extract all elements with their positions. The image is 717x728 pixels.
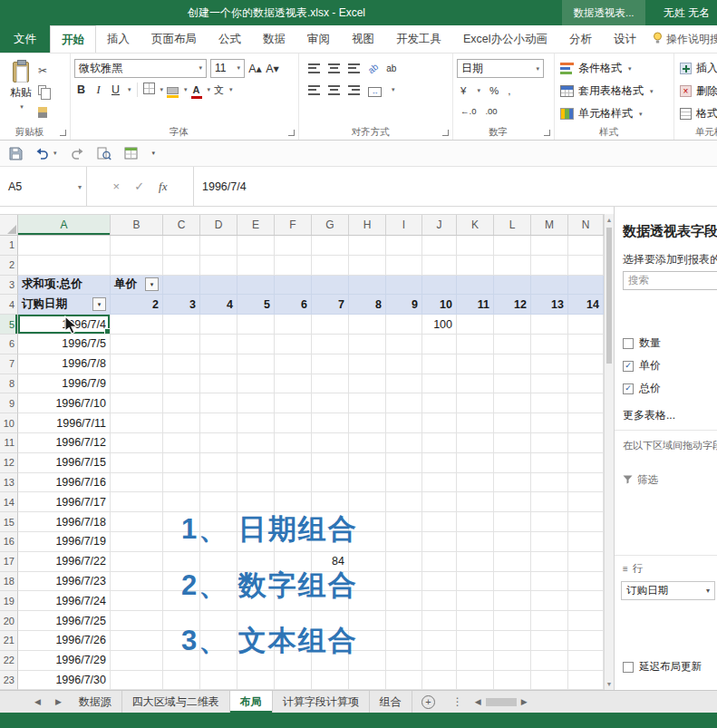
cell-K17[interactable] [457,552,494,572]
row-header-16[interactable]: 16 [0,532,18,552]
cell-E7[interactable] [237,354,275,374]
cell-B16[interactable] [111,532,163,552]
cell-C9[interactable] [163,393,200,413]
cell-E4[interactable]: 5 [237,295,275,315]
cell-I5[interactable] [386,315,422,335]
cell-L18[interactable] [494,572,531,592]
cancel-button[interactable]: × [113,180,121,193]
cell-J4[interactable]: 10 [422,295,457,315]
cell-G9[interactable] [312,393,349,413]
cell-L12[interactable] [494,453,531,473]
cell-G12[interactable] [312,453,349,473]
tab-数据[interactable]: 数据 [252,25,296,53]
cell-K15[interactable] [457,512,494,532]
cell-D5[interactable] [200,315,237,335]
row-header-23[interactable]: 23 [0,671,18,690]
cell-L5[interactable] [494,315,531,335]
cell-B13[interactable] [111,473,163,493]
cell-H7[interactable] [349,354,386,374]
row-header-8[interactable]: 8 [0,374,18,394]
cell-D3[interactable] [200,276,237,296]
cell-J22[interactable] [422,651,457,671]
cell-K12[interactable] [457,453,494,473]
cell-J21[interactable] [422,631,457,651]
scroll-down-icon[interactable]: ▼ [605,681,614,687]
cell-E10[interactable] [237,413,275,433]
undo-button[interactable]: ▾ [35,147,57,160]
conditional-formatting-button[interactable]: 条件格式 ▾ [558,57,670,80]
cell-C13[interactable] [163,473,200,493]
cell-J15[interactable] [422,512,457,532]
cell-C14[interactable] [163,492,200,512]
cell-C2[interactable] [163,256,200,276]
field-item-数量[interactable]: 数量 [623,335,717,351]
italic-button[interactable]: I [92,81,105,99]
cell-H5[interactable] [349,315,386,335]
cut-button[interactable]: ✂ [38,65,47,76]
cell-F4[interactable]: 6 [275,295,312,315]
cell-C7[interactable] [163,354,200,374]
sheet-nav-left-icon[interactable]: ◀ [27,691,48,713]
cell-H14[interactable] [349,492,386,512]
cell-F12[interactable] [275,453,312,473]
cell-J9[interactable] [422,393,457,413]
increase-decimal-button[interactable]: ←.0 [460,106,476,116]
cell-M8[interactable] [531,374,568,394]
cell-N23[interactable] [568,671,604,690]
cell-N7[interactable] [568,354,604,374]
cell-L20[interactable] [494,611,531,631]
cell-E1[interactable] [237,236,275,256]
column-header-I[interactable]: I [386,215,422,235]
copy-button[interactable] [38,83,50,99]
cell-N4[interactable]: 14 [568,295,604,315]
row-header-3[interactable]: 3 [0,276,18,296]
cell-G5[interactable] [312,315,349,335]
cell-A15[interactable]: 1996/7/18 [18,512,111,532]
cell-A12[interactable]: 1996/7/15 [18,453,111,473]
cell-A16[interactable]: 1996/7/19 [18,532,111,552]
select-all-corner[interactable] [0,215,18,235]
cell-H10[interactable] [349,413,386,433]
cell-L14[interactable] [494,492,531,512]
cell-K1[interactable] [457,236,494,256]
cell-I22[interactable] [386,651,422,671]
scroll-thumb[interactable] [606,228,612,364]
sheet-nav-right-icon[interactable]: ▶ [48,691,69,713]
cell-F2[interactable] [275,256,312,276]
cell-G11[interactable] [312,433,349,453]
cell-A10[interactable]: 1996/7/11 [18,413,111,433]
cell-N16[interactable] [568,532,604,552]
field-checkbox-数量[interactable] [623,338,634,349]
field-search-input[interactable]: 搜索 [623,271,717,290]
column-header-F[interactable]: F [275,215,312,235]
cell-B22[interactable] [111,651,163,671]
cell-J11[interactable] [422,433,457,453]
cell-D8[interactable] [200,374,237,394]
cell-M11[interactable] [531,433,568,453]
cell-K11[interactable] [457,433,494,453]
cell-J20[interactable] [422,611,457,631]
format-cells-button[interactable]: 格式 [678,102,717,125]
sheet-tab-四大区域与二维表[interactable]: 四大区域与二维表 [122,691,230,713]
cell-H9[interactable] [349,393,386,413]
cell-M13[interactable] [531,473,568,493]
cell-N2[interactable] [568,256,604,276]
cell-N9[interactable] [568,393,604,413]
cell-F8[interactable] [275,374,312,394]
cell-B10[interactable] [111,413,163,433]
bold-button[interactable]: B [74,81,88,99]
cell-H13[interactable] [349,473,386,493]
scroll-thumb[interactable] [486,698,517,706]
cell-G4[interactable]: 7 [312,295,349,315]
sheet-tab-数据源[interactable]: 数据源 [69,691,122,713]
cell-L13[interactable] [494,473,531,493]
cell-G7[interactable] [312,354,349,374]
cell-I16[interactable] [386,532,422,552]
cell-L16[interactable] [494,532,531,552]
cell-F3[interactable] [275,276,312,296]
cell-B11[interactable] [111,433,163,453]
unit-price-filter-button[interactable]: ▾ [145,277,159,291]
cell-I12[interactable] [386,453,422,473]
field-item-总价[interactable]: ✓总价 [623,381,717,396]
cell-L8[interactable] [494,374,531,394]
